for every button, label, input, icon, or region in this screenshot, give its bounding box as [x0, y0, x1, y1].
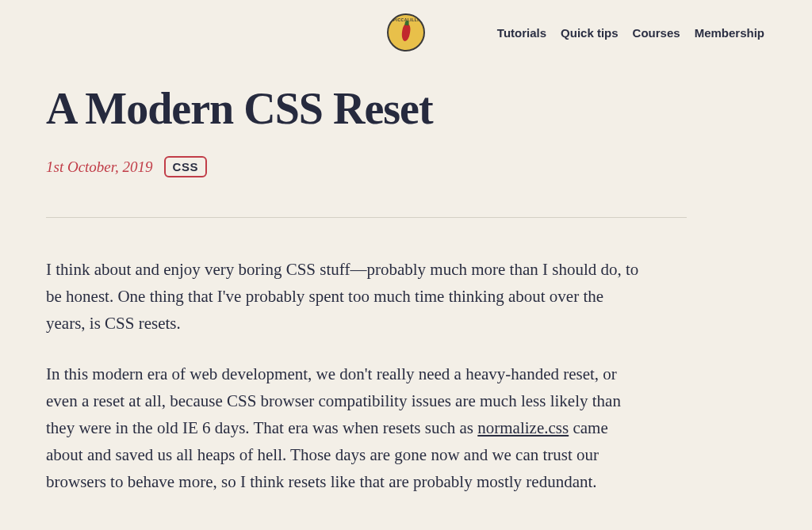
nav-courses[interactable]: Courses	[633, 26, 680, 40]
nav-membership[interactable]: Membership	[695, 26, 764, 40]
nav-tutorials[interactable]: Tutorials	[497, 26, 546, 40]
paragraph-2: In this modern era of web development, w…	[46, 360, 641, 495]
divider	[46, 217, 687, 218]
article-body: I think about and enjoy very boring CSS …	[46, 256, 641, 495]
nav-quick-tips[interactable]: Quick tips	[561, 26, 619, 40]
article-meta: 1st October, 2019 CSS	[46, 156, 766, 177]
primary-nav: Tutorials Quick tips Courses Membership	[497, 26, 764, 40]
article-title: A Modern CSS Reset	[46, 83, 766, 134]
article-content: A Modern CSS Reset 1st October, 2019 CSS…	[0, 55, 812, 495]
chili-icon	[401, 23, 412, 41]
site-header: PICCALILLI Tutorials Quick tips Courses …	[0, 0, 812, 55]
article-date: 1st October, 2019	[46, 158, 153, 176]
brand-logo[interactable]: PICCALILLI	[387, 13, 425, 51]
paragraph-1: I think about and enjoy very boring CSS …	[46, 256, 641, 337]
normalize-css-link[interactable]: normalize.css	[477, 418, 569, 437]
article-tag[interactable]: CSS	[164, 156, 207, 177]
